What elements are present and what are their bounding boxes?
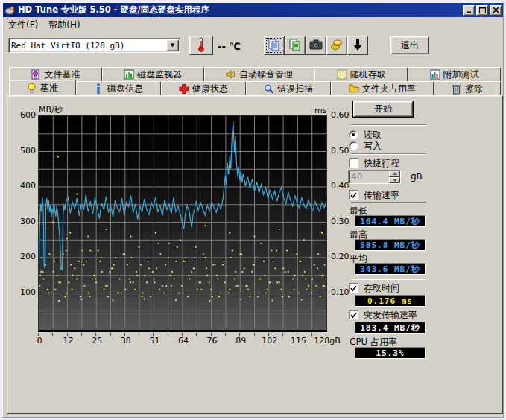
tab-random-access[interactable]: 随机存取 — [314, 67, 408, 81]
copy-image-button[interactable] — [285, 36, 306, 55]
x-axis-tickmark — [211, 333, 212, 336]
x-axis-tickmark — [268, 333, 269, 336]
tab-extra-tests[interactable]: 附加测试 — [408, 67, 501, 81]
x-axis-tick: 128gB — [311, 336, 344, 346]
minimize-button[interactable] — [463, 5, 475, 16]
x-axis-tickmark — [168, 333, 168, 336]
benchmark-tab-page: MB/秒 ms 1002003004005006000.100.200.300.… — [7, 95, 503, 414]
spinner-up-button[interactable] — [389, 171, 400, 177]
benchmark-plot — [38, 115, 327, 332]
avg-value-display: 343.6 MB/秒 — [355, 263, 426, 275]
access-time-checkbox[interactable] — [349, 283, 358, 293]
x-axis-tick: 12 — [52, 336, 85, 346]
disk-monitor-icon — [124, 69, 134, 80]
error-scan-icon — [264, 83, 274, 94]
exit-button[interactable]: 退出 — [390, 36, 429, 54]
access-time-label[interactable]: 存取时间 — [364, 282, 399, 295]
window-title: HD Tune 专业版 5.50 - 硬盘/固态硬盘实用程序 — [18, 4, 461, 16]
right-axis-tick: 0.60 — [331, 110, 350, 120]
left-axis-tick: 500 — [15, 146, 36, 156]
tab-error-scan[interactable]: 错误扫描 — [246, 81, 331, 95]
tab-label: 健康状态 — [192, 83, 228, 95]
max-value-display: 585.8 MB/秒 — [355, 239, 426, 251]
right-axis-tick: 0.30 — [331, 217, 350, 226]
check-icon — [350, 308, 357, 322]
tab-row-front: 基准磁盘信息健康状态错误扫描文件夹占用率擦除 — [9, 81, 501, 95]
chevron-down-icon[interactable]: ▼ — [166, 39, 179, 51]
x-axis-tick: 76 — [196, 336, 229, 346]
maximize-button[interactable] — [476, 5, 488, 16]
screenshot-button[interactable] — [306, 36, 326, 55]
left-axis-tick: 600 — [15, 110, 36, 120]
divider — [351, 279, 426, 280]
menu-file[interactable]: 文件(F) — [3, 18, 43, 32]
write-radio[interactable] — [349, 141, 358, 150]
tab-label: 随机存取 — [350, 69, 386, 81]
tab-label: 自动噪音管理 — [239, 69, 293, 81]
coins-icon — [330, 39, 344, 53]
access-time-display: 0.176 ms — [355, 295, 426, 307]
read-radio[interactable] — [349, 130, 358, 139]
tab-health[interactable]: 健康状态 — [161, 81, 246, 95]
short-stroke-label[interactable]: 快捷行程 — [364, 157, 399, 170]
benchmark-icon — [27, 83, 37, 93]
left-axis-tick: 300 — [15, 217, 36, 226]
start-button[interactable]: 开始 — [353, 101, 413, 117]
right-axis-title: ms — [314, 106, 326, 115]
x-axis-tickmark — [52, 333, 53, 336]
title-bar[interactable]: HD Tune 专业版 5.50 - 硬盘/固态硬盘实用程序 — [3, 3, 503, 17]
burst-rate-checkbox[interactable] — [349, 310, 358, 319]
extra-tests-icon — [430, 69, 440, 80]
short-stroke-unit: gB — [411, 171, 423, 182]
erase-icon — [452, 83, 462, 94]
x-axis-tickmark — [239, 333, 240, 336]
x-axis-tickmark — [311, 333, 312, 336]
down-arrow-icon — [393, 179, 397, 182]
transfer-rate-checkbox[interactable] — [349, 190, 358, 200]
transfer-rate-label[interactable]: 传输速率 — [364, 189, 399, 202]
tab-row-back: 文件基准磁盘监视器自动噪音管理随机存取附加测试 — [9, 67, 501, 81]
x-axis-tick: 115 — [282, 336, 314, 346]
spinner-down-button[interactable] — [389, 177, 400, 184]
save-button[interactable] — [347, 36, 368, 55]
drive-select-combobox[interactable]: Red Hat VirtIO (128 gB) ▼ — [8, 38, 180, 53]
registration-button[interactable] — [326, 36, 347, 55]
x-axis-tickmark — [38, 333, 39, 336]
copy-button[interactable] — [264, 36, 285, 55]
left-axis-title: MB/秒 — [39, 104, 63, 115]
x-axis-tick: 25 — [80, 336, 113, 346]
x-axis-tickmark — [297, 333, 297, 336]
folder-usage-icon — [349, 83, 359, 94]
x-axis-tickmark — [196, 333, 197, 336]
close-icon — [493, 4, 499, 16]
tab-label: 磁盘监视器 — [137, 69, 182, 81]
burst-rate-display: 183.4 MB/秒 — [355, 322, 426, 334]
menu-help[interactable]: 帮助(H) — [43, 18, 85, 32]
close-button[interactable] — [490, 5, 502, 16]
divider — [351, 153, 426, 155]
short-stroke-checkbox[interactable] — [349, 158, 358, 168]
tab-erase[interactable]: 擦除 — [434, 81, 501, 95]
up-arrow-icon — [393, 172, 397, 175]
x-axis-tick: 102 — [253, 336, 286, 346]
write-radio-label[interactable]: 写入 — [364, 140, 382, 153]
x-axis-tickmark — [110, 333, 111, 336]
tab-disk-monitor[interactable]: 磁盘监视器 — [102, 67, 204, 81]
x-axis-tickmark — [182, 333, 183, 336]
x-axis-tickmark — [95, 333, 96, 336]
disk-info-icon — [94, 83, 104, 94]
tab-disk-info[interactable]: 磁盘信息 — [76, 81, 161, 95]
tab-aam[interactable]: 自动噪音管理 — [204, 67, 315, 81]
x-axis-tickmark — [139, 333, 139, 336]
right-axis-tick: 0.50 — [331, 146, 350, 156]
burst-rate-label[interactable]: 突发传输速率 — [364, 309, 417, 322]
tab-benchmark[interactable]: 基准 — [9, 80, 76, 95]
app-window: HD Tune 专业版 5.50 - 硬盘/固态硬盘实用程序 文件(F) 帮助(… — [0, 0, 506, 420]
divider — [351, 202, 426, 203]
temperature-button[interactable] — [189, 36, 213, 55]
tab-folder-usage[interactable]: 文件夹占用率 — [331, 81, 434, 95]
x-axis-tick: 89 — [224, 336, 257, 346]
file-benchmark-icon — [31, 69, 41, 80]
short-stroke-spinner[interactable]: 40 — [348, 170, 401, 184]
random-access-icon — [337, 69, 347, 80]
